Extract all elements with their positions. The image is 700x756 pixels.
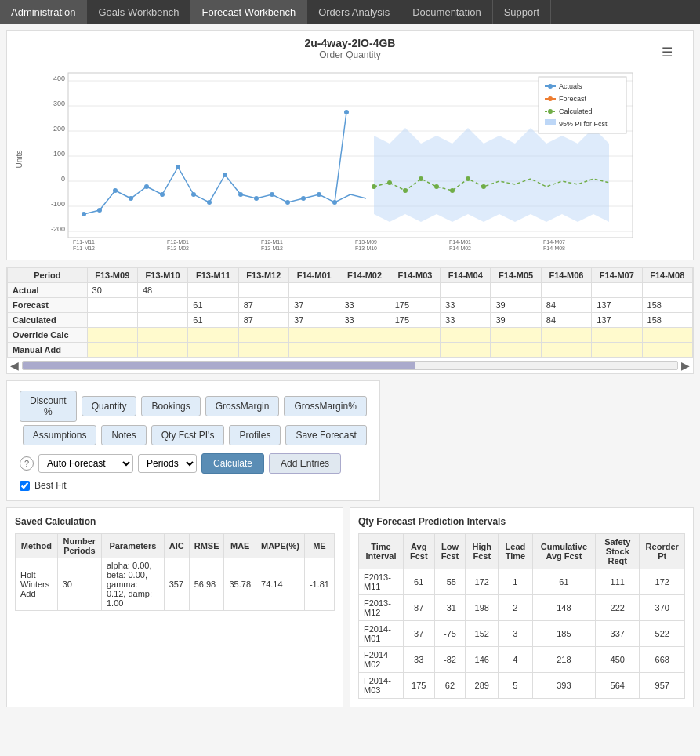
tab-discount[interactable]: Discount %: [20, 391, 77, 422]
chart-menu-icon[interactable]: ☰: [662, 45, 673, 60]
tab-quantity[interactable]: Quantity: [82, 396, 137, 416]
table-cell[interactable]: [339, 343, 390, 358]
nav-bar: Administration Goals Workbench Forecast …: [0, 0, 700, 24]
calculate-button[interactable]: Calculate: [201, 453, 264, 474]
table-cell[interactable]: [592, 343, 642, 358]
nav-goals-workbench[interactable]: Goals Workbench: [87, 0, 190, 24]
svg-point-28: [254, 196, 259, 201]
chart-area: Units 400 300 200 100 0 -100 -200: [13, 65, 687, 253]
data-table-wrap: Period F13-M09 F13-M10 F13-M11 F13-M12 F…: [6, 267, 694, 374]
table-cell[interactable]: [592, 328, 642, 343]
col-header-period: Period: [8, 268, 88, 283]
saved-calc-panel: Saved Calculation Method Number Periods …: [6, 507, 343, 707]
table-cell: [441, 283, 491, 298]
saved-calc-table: Method Number Periods Parameters AIC RMS…: [15, 533, 335, 611]
pred-cell-interval: F2014-M03: [359, 673, 404, 699]
table-cell: [642, 283, 692, 298]
svg-text:Forecast: Forecast: [559, 95, 587, 103]
table-cell[interactable]: [541, 328, 591, 343]
table-cell: [592, 283, 642, 298]
saved-calc-title: Saved Calculation: [15, 516, 335, 527]
pred-cell-safety: 111: [596, 569, 640, 595]
pred-cell-interval: F2014-M01: [359, 621, 404, 647]
nav-orders-analysis[interactable]: Orders Analysis: [307, 0, 401, 24]
prediction-table: Time Interval Avg Fcst Low Fcst High Fcs…: [358, 533, 685, 699]
pred-col-avg: Avg Fcst: [403, 534, 434, 569]
scroll-left-arrow[interactable]: ◀: [7, 359, 22, 372]
table-cell[interactable]: [87, 328, 137, 343]
pred-cell-safety: 222: [596, 595, 640, 621]
table-cell[interactable]: [238, 328, 288, 343]
col-header-f13m10: F13-M10: [137, 268, 187, 283]
table-scroll-row: ◀ ▶: [7, 358, 693, 373]
table-cell[interactable]: [491, 343, 541, 358]
scroll-bar-track[interactable]: [22, 361, 678, 370]
table-cell[interactable]: [390, 343, 440, 358]
table-cell[interactable]: [541, 343, 591, 358]
tab-grossmarginpct[interactable]: GrossMargin%: [284, 396, 366, 416]
nav-administration[interactable]: Administration: [0, 0, 87, 24]
tab-save-forecast[interactable]: Save Forecast: [285, 425, 366, 445]
table-cell[interactable]: [188, 328, 238, 343]
best-fit-label: Best Fit: [34, 480, 67, 491]
svg-text:0: 0: [61, 175, 65, 183]
table-cell[interactable]: [441, 343, 491, 358]
col-header-f13m12: F13-M12: [238, 268, 288, 283]
periods-select[interactable]: Periods: [138, 454, 197, 473]
table-cell[interactable]: [289, 343, 339, 358]
tab-grossmargin[interactable]: GrossMargin: [205, 396, 280, 416]
tab-bookings[interactable]: Bookings: [141, 396, 200, 416]
table-cell[interactable]: [642, 343, 692, 358]
table-cell[interactable]: [289, 328, 339, 343]
pred-cell-avg: 175: [403, 673, 434, 699]
svg-text:F14-M08: F14-M08: [543, 245, 565, 251]
forecast-type-select[interactable]: Auto Forecast Manual Moving Average: [38, 454, 133, 473]
saved-col-me: ME: [304, 534, 334, 558]
table-cell[interactable]: [188, 343, 238, 358]
scroll-right-arrow[interactable]: ▶: [678, 359, 693, 372]
table-cell[interactable]: [339, 328, 390, 343]
table-cell[interactable]: [87, 343, 137, 358]
tab-assumptions[interactable]: Assumptions: [23, 425, 97, 445]
svg-text:F13-M10: F13-M10: [355, 245, 377, 251]
nav-support[interactable]: Support: [493, 0, 552, 24]
col-header-f14m08: F14-M08: [642, 268, 692, 283]
saved-cell-params: alpha: 0.00, beta: 0.00, gamma: 0.12, da…: [101, 558, 164, 611]
table-cell[interactable]: [137, 328, 187, 343]
svg-point-22: [160, 192, 165, 197]
help-icon[interactable]: ?: [20, 456, 34, 471]
table-cell[interactable]: [390, 328, 440, 343]
svg-text:100: 100: [53, 150, 65, 158]
pred-cell-safety: 564: [596, 673, 640, 699]
svg-marker-16: [374, 128, 609, 222]
table-cell: [541, 283, 591, 298]
tab-row-top: Discount % Quantity Bookings GrossMargin…: [20, 391, 367, 422]
svg-point-29: [270, 192, 274, 197]
table-cell[interactable]: [491, 328, 541, 343]
pred-cell-high: 146: [466, 647, 499, 673]
table-row-label-2: Calculated: [8, 313, 88, 328]
nav-documentation[interactable]: Documentation: [401, 0, 492, 24]
table-cell[interactable]: [238, 343, 288, 358]
svg-text:400: 400: [53, 75, 65, 82]
table-row-label-4: Manual Add: [8, 343, 88, 358]
table-cell[interactable]: [642, 328, 692, 343]
svg-point-18: [97, 208, 102, 213]
best-fit-checkbox[interactable]: [20, 481, 30, 491]
pred-cell-low: 62: [434, 673, 466, 699]
pred-cell-reorder: 957: [640, 673, 685, 699]
tab-qty-fcst-pis[interactable]: Qty Fcst PI's: [151, 425, 225, 445]
saved-cell-rmse: 56.98: [189, 558, 224, 611]
svg-point-27: [238, 192, 243, 197]
table-cell: 84: [541, 298, 591, 313]
table-cell[interactable]: [137, 343, 187, 358]
add-entries-button[interactable]: Add Entries: [269, 453, 341, 474]
y-axis-label: Units: [15, 151, 24, 169]
svg-rect-66: [545, 119, 556, 125]
tab-profiles[interactable]: Profiles: [229, 425, 281, 445]
nav-forecast-workbench[interactable]: Forecast Workbench: [190, 0, 307, 24]
tab-notes[interactable]: Notes: [101, 425, 146, 445]
table-cell: [137, 313, 187, 328]
table-cell[interactable]: [441, 328, 491, 343]
svg-text:F14-M07: F14-M07: [543, 239, 565, 245]
